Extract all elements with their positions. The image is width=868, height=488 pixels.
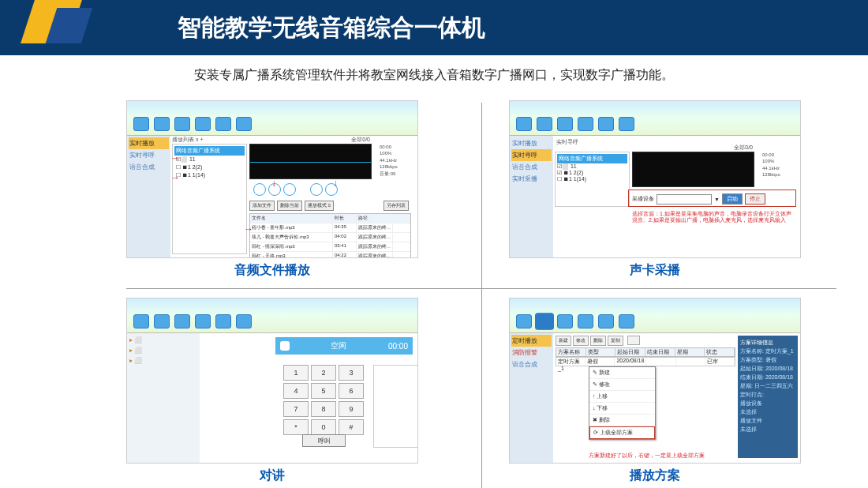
key-6[interactable]: 6: [339, 383, 364, 399]
tree-header: 网络音频广播系统: [174, 146, 245, 156]
screenshot-grid: 实时播放 实时寻呼 语音合成 播放列表 x + 全部0/0 网络音频广播系统 ☑…: [126, 91, 836, 488]
play-mode-button[interactable]: 播放模式 ≡: [305, 201, 334, 211]
playback-controls[interactable]: [253, 183, 338, 196]
key-8[interactable]: 8: [311, 401, 336, 417]
table-row: 程小春 - 童年那.mp304:35跟踪原来的终...: [250, 223, 410, 233]
key-3[interactable]: 3: [339, 365, 364, 381]
device-tree[interactable]: 网络音频广播系统 ☑⬜ 11 ☐ ⏹1 2(2) ☐ ⏹1 1(14): [172, 144, 247, 254]
waveform: [249, 144, 372, 179]
panel-audio-playback: 实时播放 实时寻呼 语音合成 播放列表 x + 全部0/0 网络音频广播系统 ☑…: [126, 100, 418, 279]
arrow-icon: ↓: [333, 178, 338, 189]
nav-item[interactable]: 实时寻呼: [511, 149, 552, 161]
tree-item[interactable]: ☑ ⏹1 2(2): [557, 170, 627, 176]
toolbar-icons: [133, 314, 252, 328]
key-4[interactable]: 4: [283, 383, 309, 399]
nav-realtime-page[interactable]: 实时寻呼: [129, 149, 169, 161]
select-all: 全部0/0: [734, 144, 753, 152]
table-row: 韩红 - 情深深雨.mp303:41跟踪原来的终...: [250, 242, 410, 252]
save-list-button[interactable]: 另存列表: [383, 201, 409, 211]
toolbar: 新建 修改 删除 复制: [556, 336, 640, 346]
menu-upload-all[interactable]: ⟳ 上载全部方案: [589, 426, 655, 439]
menu-up[interactable]: ↑ 上移: [589, 391, 655, 403]
divider-v: [481, 103, 482, 488]
sidebar: 定时播放 消防报警 语音合成: [510, 333, 553, 464]
nav-item[interactable]: 语音合成: [511, 161, 552, 173]
arrow-icon: →: [170, 152, 180, 163]
file-table[interactable]: 文件名时长路径 程小春 - 童年那.mp304:35跟踪原来的终... 筷几 -…: [249, 213, 411, 258]
warning-note: 方案新建好了以后，右键，一定要上载全部方案: [589, 452, 735, 460]
copy-button[interactable]: 复制: [608, 336, 623, 346]
key-1[interactable]: 1: [283, 365, 309, 381]
divider-h: [126, 288, 836, 289]
caption: 对讲: [260, 467, 285, 484]
logo: [0, 0, 87, 62]
nav-realtime-play[interactable]: 实时播放: [129, 137, 169, 149]
screenshot-4: 定时播放 消防报警 语音合成 新建 修改 删除 复制 方案名称类型起始日期结束日…: [509, 298, 801, 464]
stop-icon: [283, 183, 296, 196]
table-row: 筷几 - 我要大声告诉你.mp304:02跟踪原来的终...: [250, 233, 410, 242]
toolbar-icons: [516, 314, 634, 328]
delete-button[interactable]: 删除当前: [277, 201, 302, 211]
page-title: 智能教学无线音箱综合一体机: [178, 12, 485, 44]
prev-icon: [310, 183, 323, 196]
key-5[interactable]: 5: [311, 383, 336, 399]
instruction-note: 选择音源：1.如果是要采集电脑的声音，电脑录音设备打开立体声混音。2.如果是要输…: [632, 211, 792, 224]
play-icon: [253, 183, 266, 196]
nav-item[interactable]: 定时播放: [511, 335, 552, 347]
audio-meters: 00:00100%44.1kHz128kbps音量:09: [380, 144, 411, 177]
device-tree[interactable]: 网络音频广播系统 ☑⬜ 11 ☑ ⏹1 2(2) ☐ ⏹1 1(14): [555, 152, 630, 207]
description: 安装专属广播系统管理软件并将教室网线接入音箱数字广播网口，实现数字广播功能。: [0, 55, 868, 92]
key-2[interactable]: 2: [311, 365, 336, 381]
edit-button[interactable]: 修改: [573, 336, 589, 346]
keypad: 123 456 789 *0#: [283, 365, 366, 435]
menu-new[interactable]: ✎ 新建: [589, 367, 655, 379]
nav-item[interactable]: 消防报警: [511, 347, 552, 358]
new-button[interactable]: 新建: [556, 336, 571, 346]
detail-title: 方案详细信息: [740, 339, 795, 347]
waveform: [632, 152, 754, 187]
tab-label: 实时寻呼: [556, 138, 578, 146]
table-row[interactable]: 定时方案_1暑假2020/08/18已审: [556, 357, 735, 366]
nav-item[interactable]: 实时播放: [511, 137, 552, 149]
tree-item[interactable]: ☑⬜ 11: [174, 156, 245, 163]
tree-item[interactable]: ☐ ⏹1 1(14): [174, 171, 245, 179]
key-0[interactable]: 0: [311, 419, 336, 435]
key-7[interactable]: 7: [283, 401, 309, 417]
screenshot-3: ▸ ⬜▸ ⬜▸ ⬜ 空闲 00:00 123 456 789 *0# 呼叫: [126, 298, 418, 464]
menu-edit[interactable]: ✎ 修改: [589, 379, 655, 391]
tree-item[interactable]: ☐ ⏹1 2(2): [174, 163, 245, 171]
menu-down[interactable]: ↓ 下移: [589, 403, 655, 415]
toolbar-icons: [133, 117, 252, 131]
key-9[interactable]: 9: [339, 401, 364, 417]
sidebar: ▸ ⬜▸ ⬜▸ ⬜: [127, 333, 200, 464]
device-select[interactable]: [657, 194, 712, 205]
tree-item[interactable]: ☐ ⏹1 1(14): [557, 176, 627, 182]
timer: 00:00: [388, 342, 408, 351]
menu-delete[interactable]: ✖ 删除: [589, 415, 655, 426]
arrow-icon: →: [244, 223, 253, 235]
call-button[interactable]: 呼叫: [302, 434, 346, 447]
stop-button[interactable]: 停止: [745, 193, 765, 205]
nav-tts[interactable]: 语音合成: [129, 161, 169, 173]
nav-item[interactable]: 实时采播: [511, 173, 552, 185]
playlist-tab[interactable]: 播放列表 x +: [172, 136, 203, 144]
start-button[interactable]: 启动: [722, 193, 743, 205]
audio-meters: 00:00100%44.1kHz128kbps: [762, 152, 794, 178]
key-hash[interactable]: #: [339, 419, 364, 435]
delete-button[interactable]: 删除: [590, 336, 606, 346]
toolbar-icons: [516, 117, 634, 131]
mic-icon: [280, 341, 290, 351]
key-star[interactable]: *: [283, 419, 309, 435]
tree-item[interactable]: ☑⬜ 11: [557, 163, 627, 170]
status-label: 空闲: [331, 340, 346, 351]
add-file-button[interactable]: 添加文件: [249, 201, 275, 211]
play-icon[interactable]: [627, 336, 640, 345]
tree-header: 网络音频广播系统: [557, 154, 627, 163]
panel-schedule: 定时播放 消防报警 语音合成 新建 修改 删除 复制 方案名称类型起始日期结束日…: [509, 298, 801, 484]
arrow-icon: →: [170, 172, 180, 183]
caption: 声卡采播: [630, 262, 680, 279]
arrow-icon: ↓: [271, 178, 276, 189]
nav-item[interactable]: 语音合成: [511, 358, 552, 370]
caption: 播放方案: [630, 467, 680, 484]
panel-intercom: ▸ ⬜▸ ⬜▸ ⬜ 空闲 00:00 123 456 789 *0# 呼叫 对讲: [126, 298, 418, 484]
